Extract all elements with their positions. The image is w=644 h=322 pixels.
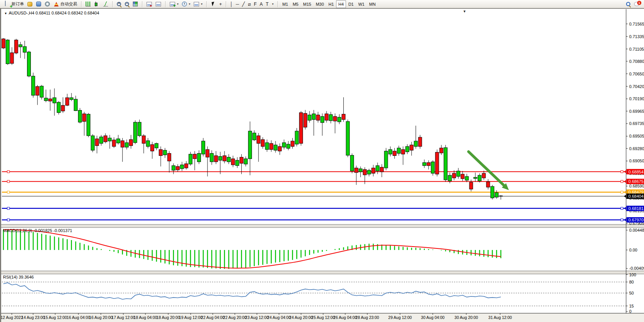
candle [376, 166, 379, 171]
timeframe-h4[interactable]: H4 [336, 0, 346, 8]
channel-button[interactable]: ⧄ [246, 0, 252, 8]
profile-button[interactable] [34, 0, 43, 8]
timeframe-m5[interactable]: M5 [290, 0, 301, 8]
candle [125, 143, 128, 147]
svg-text:80: 80 [629, 280, 634, 284]
crosshair-button[interactable]: + [218, 0, 223, 8]
candle [185, 164, 188, 168]
auto-arrange-button[interactable] [145, 0, 154, 8]
styler-button[interactable] [26, 0, 34, 8]
new-order-button[interactable]: 新订单 [3, 0, 26, 8]
zoom-in-icon: + [117, 2, 121, 6]
candle [355, 168, 358, 173]
cursor-icon [212, 2, 215, 6]
candle [482, 173, 486, 178]
trendline-icon: ╱ [242, 2, 245, 7]
hline-handle[interactable] [7, 171, 10, 173]
hline-handle[interactable] [7, 207, 10, 210]
date-label: 18 Aug 04:00 [134, 315, 157, 320]
hline-handle[interactable] [621, 191, 623, 193]
svg-text:0.69505: 0.69505 [629, 134, 644, 138]
new-order-label: 新订单 [11, 1, 24, 7]
hline-handle[interactable] [621, 180, 623, 183]
horizontal-line-button[interactable]: ─ [234, 0, 241, 8]
candle [70, 98, 73, 99]
hline-handle[interactable] [621, 219, 623, 221]
templates-icon [194, 2, 199, 6]
auto-trading-button[interactable]: 自动交易 [52, 0, 79, 8]
candle [159, 149, 163, 155]
tile-windows-button[interactable] [131, 0, 140, 8]
label-tool-button[interactable]: T [264, 0, 270, 8]
candle [363, 170, 367, 175]
timeframe-m1[interactable]: M1 [280, 0, 290, 8]
timeframe-h1[interactable]: H1 [326, 0, 336, 8]
candle-chart-button[interactable] [92, 0, 101, 8]
candle [197, 153, 201, 162]
svg-text:0.68675: 0.68675 [628, 179, 644, 184]
periods-button[interactable]: ▾ [180, 0, 192, 8]
hline-handle[interactable] [7, 191, 10, 193]
candle [210, 153, 214, 162]
candle [427, 163, 430, 166]
candle [312, 114, 316, 120]
timeframe-d1[interactable]: D1 [346, 0, 356, 8]
toolbar-separator [206, 1, 207, 7]
macd-label: MACD(12,26,9) -0.001825 -0.001371 [3, 228, 72, 233]
timeframe-m15[interactable]: M15 [301, 0, 313, 8]
date-label: 30 Aug 04:00 [421, 315, 445, 320]
signal-button[interactable] [43, 0, 52, 8]
chart-shift-marker: ▼ [463, 10, 466, 13]
toolbar-separator [165, 1, 166, 7]
templates-button[interactable]: ▾ [192, 0, 204, 8]
candle [320, 117, 324, 123]
date-label: 19 Aug 12:00 [179, 315, 202, 320]
arrows-tool-icon: ▾ [272, 2, 274, 6]
vertical-line-button[interactable]: │ [228, 0, 234, 8]
candle [265, 143, 269, 149]
candle [61, 105, 65, 111]
line-chart-button[interactable] [101, 0, 110, 8]
zoom-out-button[interactable]: − [123, 0, 131, 8]
timeframe-w1[interactable]: W1 [356, 0, 367, 8]
candle [87, 114, 90, 136]
candle [257, 136, 260, 143]
indicators-button[interactable]: ▾ [168, 0, 180, 8]
candle [172, 166, 175, 170]
hline-handle[interactable] [7, 180, 10, 183]
toolbar-separator [142, 1, 142, 7]
horizontal-line-icon: ─ [236, 2, 239, 7]
indicators-icon [170, 2, 175, 6]
chart-shift-button[interactable] [154, 0, 163, 8]
candle [393, 151, 396, 155]
candle [163, 150, 167, 155]
timeframe-m30[interactable]: M30 [314, 0, 326, 8]
hline-handle[interactable] [7, 219, 10, 221]
date-label: 18 Aug 20:00 [156, 315, 180, 320]
date-label: 23 Aug 12:00 [245, 315, 269, 320]
vertical-line-icon: │ [230, 2, 233, 7]
timeframe-mn[interactable]: MN [367, 0, 378, 8]
hline-handle[interactable] [621, 171, 623, 173]
chart-window[interactable]: ▼AUDUSD-,H4 0.68411 0.68424 0.68342 0.68… [0, 8, 644, 322]
text-tool-button[interactable]: A [258, 0, 264, 8]
line-chart-icon [103, 2, 108, 6]
bar-chart-button[interactable] [84, 0, 92, 8]
candle [201, 141, 205, 154]
date-label: 16 Aug 04:00 [67, 315, 90, 320]
zoom-in-button[interactable]: + [115, 0, 123, 8]
candle [499, 196, 502, 196]
candle [36, 87, 39, 95]
candle [291, 141, 294, 146]
candle [155, 143, 158, 148]
chart-canvas[interactable]: 0.715650.713350.711050.708800.706500.704… [1, 9, 644, 322]
search-button[interactable] [624, 0, 632, 8]
chat-button[interactable]: 1 [632, 0, 641, 8]
trendline-button[interactable]: ╱ [241, 0, 246, 8]
cursor-button[interactable] [209, 0, 218, 8]
new-order-icon [5, 1, 6, 6]
candle [189, 154, 192, 164]
hline-handle[interactable] [621, 207, 623, 210]
arrows-tool-button[interactable]: ▾ [270, 0, 275, 8]
fibonacci-button[interactable]: F [252, 0, 258, 8]
